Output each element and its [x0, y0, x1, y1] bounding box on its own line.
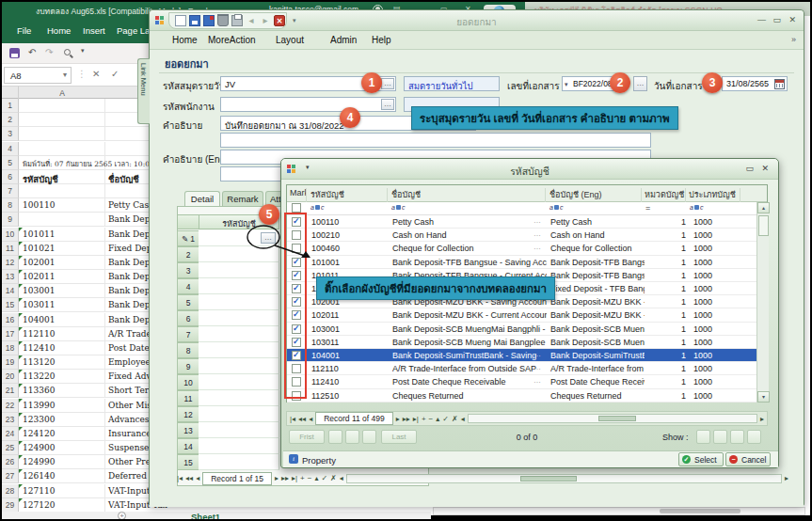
excel-row-number[interactable]: 27 [2, 469, 19, 483]
redo-icon[interactable]: ↷ [45, 47, 53, 57]
detail-account-cell[interactable] [199, 438, 279, 454]
nav-prev-page-icon[interactable]: ◂◂ [185, 474, 193, 482]
excel-cell-code[interactable]: 113360 [19, 384, 105, 398]
excel-row-number[interactable]: 25 [2, 441, 19, 455]
col-header-name-eng[interactable]: ชื่อบัญชี (Eng) [546, 188, 642, 202]
detail-account-cell[interactable] [199, 262, 279, 278]
formula-enter-icon[interactable]: ✓ [111, 69, 119, 79]
status-property[interactable]: Property [302, 455, 336, 466]
cell-ellipsis-icon[interactable]: … [533, 324, 541, 332]
scroll-up-icon[interactable]: ▴ [757, 202, 770, 213]
doc-no-lookup-button[interactable]: … [633, 76, 647, 91]
excel-row-number[interactable]: 7 [2, 184, 19, 198]
excel-row-number[interactable]: 23 [2, 413, 19, 427]
nav-next-page-icon[interactable]: ▸▸ [281, 474, 289, 482]
detail-row-header[interactable]: 8 [177, 342, 199, 358]
detail-row-header[interactable]: 14 [177, 438, 199, 454]
excel-row-number[interactable]: 5 [2, 156, 19, 170]
account-row[interactable]: 112510Cheques ReturnedCheques Returned11… [287, 389, 756, 403]
excel-row-number[interactable]: 2 [2, 113, 19, 127]
account-row[interactable]: 103011Bank Deposit-SCB Mueng Mai Bangple… [287, 336, 756, 349]
cell-ellipsis-icon[interactable]: … [533, 376, 541, 385]
detail-row-header[interactable]: 10 [177, 374, 199, 390]
column-header-a[interactable]: A [19, 88, 105, 98]
doc-no-combo[interactable]: ▾ BF2022/08 [562, 76, 616, 91]
excel-cell-code[interactable] [19, 113, 105, 127]
menu-moreaction[interactable]: MoreAction [208, 35, 256, 45]
excel-cell-code[interactable]: 100110 [19, 198, 105, 213]
excel-row-number[interactable]: 3 [2, 127, 19, 141]
scrollbar-thumb[interactable] [660, 509, 740, 513]
nav-edit-icon[interactable]: ▴ [314, 474, 318, 482]
menu-help[interactable]: Help [372, 35, 391, 45]
cell-name-box[interactable]: A8 ▾ [4, 67, 72, 84]
nav-post-icon[interactable]: ✓ [442, 415, 449, 423]
account-row[interactable]: 112110A/R Trade-Interface from Outside S… [287, 362, 756, 375]
excel-row-number[interactable]: 1 [2, 99, 19, 113]
excel-row-number[interactable]: 19 [2, 355, 19, 370]
nav-prev-page-icon[interactable]: ◂◂ [298, 415, 306, 423]
select-button[interactable]: ✓ Select [678, 452, 724, 466]
excel-cell-code[interactable] [19, 99, 105, 113]
detail-row-header[interactable]: 7 [177, 326, 199, 342]
detail-row-header[interactable]: 5 [177, 294, 199, 310]
show-option-button[interactable] [713, 430, 727, 444]
menu-home[interactable]: Home [172, 35, 198, 45]
detail-account-cell[interactable] [199, 374, 279, 390]
detail-horizontal-scrollbar[interactable] [346, 474, 782, 483]
dialog-vertical-scrollbar[interactable]: ▴ ▾ [756, 202, 769, 403]
journal-lookup-button[interactable]: … [381, 78, 394, 89]
description-input-2[interactable] [220, 133, 651, 148]
excel-cell-code[interactable]: 101021 [19, 242, 105, 256]
account-row[interactable]: 103001Bank Deposit-SCB MuengMai Bangphli… [287, 323, 756, 336]
detail-row-header[interactable]: 11 [177, 390, 199, 406]
excel-row-number[interactable]: 17 [2, 327, 19, 341]
nav-prev-icon[interactable]: ◂ [309, 415, 312, 423]
nav-cancel-icon[interactable]: ✗ [330, 474, 337, 482]
excel-cell-code[interactable]: 104001 [19, 313, 105, 327]
col-header-code[interactable]: รหัสบัญชี [307, 188, 388, 202]
dialog-titlebar[interactable]: ▾ รหัสบัญชี ▭ ✕ [281, 159, 778, 180]
select-all-corner[interactable] [2, 87, 19, 99]
cell-ellipsis-icon[interactable]: … [533, 363, 541, 371]
window-restore-icon[interactable]: ▭ [772, 15, 781, 24]
detail-row-header[interactable]: 3 [177, 262, 199, 278]
excel-cell-code[interactable]: 123300 [19, 413, 105, 427]
nav-next-icon[interactable]: ▸ [275, 474, 279, 482]
cell-ellipsis-icon[interactable]: … [533, 350, 541, 358]
detail-row-header[interactable]: 4 [177, 278, 199, 294]
excel-row-number[interactable]: 14 [2, 284, 19, 298]
scroll-right-icon[interactable]: ▸ [785, 474, 788, 482]
cell-ellipsis-icon[interactable]: … [533, 243, 541, 251]
excel-row-number[interactable]: 8 [2, 198, 19, 213]
excel-row-number[interactable]: 4 [2, 142, 19, 156]
nav-first-icon[interactable]: |◂ [177, 474, 183, 482]
excel-cell-code[interactable]: 103011 [19, 298, 105, 312]
detail-account-cell[interactable]: … [199, 230, 279, 246]
excel-row-number[interactable]: 21 [2, 384, 19, 398]
account-row[interactable]: 101001Bank Deposit-TFB Bangsue - Saving … [287, 256, 756, 269]
employee-lookup-button[interactable]: … [381, 99, 394, 110]
cell-ellipsis-icon[interactable]: … [533, 216, 541, 225]
nav-first-icon[interactable]: |◂ [290, 415, 295, 423]
nav-next-page-icon[interactable]: ▸▸ [403, 415, 410, 423]
dialog-horizontal-scrollbar[interactable] [468, 414, 757, 423]
menu-layout[interactable]: Layout [276, 35, 304, 45]
account-row[interactable]: 112410Post Date Cheque ReceivablePost Da… [287, 375, 756, 388]
dialog-maximize-icon[interactable]: ▭ [745, 164, 754, 173]
add-sheet-icon[interactable]: + [118, 512, 126, 519]
detail-account-cell[interactable] [199, 454, 279, 470]
account-row[interactable]: 100460Cheque for CollectionCheque for Co… [287, 242, 756, 255]
qat-dropdown-icon[interactable]: ▾ [81, 47, 85, 55]
excel-row-number[interactable]: 18 [2, 341, 19, 355]
detail-account-cell[interactable] [199, 326, 279, 342]
excel-cell-code[interactable] [19, 142, 105, 156]
excel-row-number[interactable]: 15 [2, 298, 19, 312]
excel-row-number[interactable]: 10 [2, 228, 19, 242]
nav-next-icon[interactable]: ▸ [396, 415, 400, 423]
window-close-icon[interactable]: ✕ [788, 15, 796, 24]
scrollbar-thumb[interactable] [758, 215, 769, 236]
excel-cell-code[interactable]: 113220 [19, 370, 105, 384]
window-minimize-icon[interactable]: — [757, 15, 766, 24]
scrollbar-thumb[interactable] [598, 416, 636, 421]
